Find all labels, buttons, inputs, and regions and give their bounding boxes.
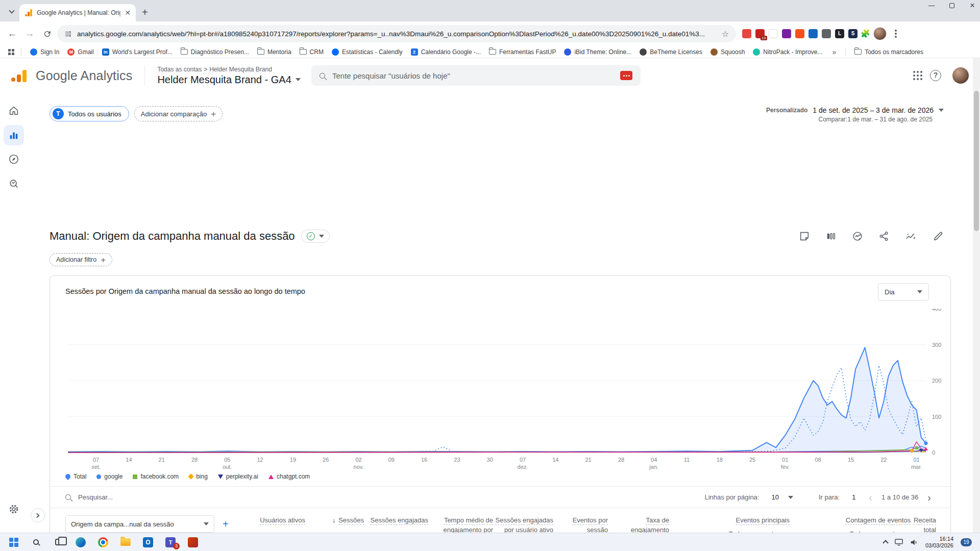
new-tab-button[interactable]: + <box>142 7 148 17</box>
date-range-picker[interactable]: Personalizado 1 de set. de 2025 – 3 de m… <box>766 106 944 123</box>
compare-reports-icon[interactable] <box>825 231 837 242</box>
window-maximize-button[interactable] <box>948 2 955 9</box>
extension-icon[interactable]: L <box>835 29 844 38</box>
bookmark-item[interactable]: BeTheme Licenses <box>636 47 706 57</box>
taskbar-taskview-icon[interactable] <box>48 535 68 550</box>
bookmark-item[interactable]: Ferramentas FastUP <box>485 47 559 57</box>
bookmark-item[interactable]: 2Calendário Google -... <box>407 47 484 57</box>
search-bar-extension-icon[interactable] <box>620 71 632 80</box>
table-search-input[interactable]: Pesquisar... <box>78 493 113 501</box>
bookmark-item[interactable]: iBid Theme: Online... <box>560 47 635 57</box>
column-header[interactable]: Eventos por sessão <box>553 515 608 533</box>
bookmark-item[interactable]: Sign In <box>27 47 63 57</box>
column-header[interactable]: Tempo médio de engajamento por sessão <box>428 515 493 533</box>
window-close-button[interactable]: × <box>969 2 976 9</box>
scrollbar-thumb[interactable] <box>974 91 979 231</box>
extension-icon[interactable]: 10 <box>755 29 765 38</box>
extension-icon[interactable] <box>795 29 804 38</box>
taskbar-start-icon[interactable] <box>3 535 23 550</box>
extension-icon[interactable] <box>742 29 751 38</box>
nav-home[interactable] <box>4 101 24 121</box>
column-header[interactable]: Sessões engajadas por usuário ativo <box>493 515 553 533</box>
legend-item-facebook-com[interactable]: facebook.com <box>133 473 179 480</box>
add-dimension-button[interactable]: + <box>223 518 229 530</box>
column-header[interactable]: ↓ Sessões <box>305 515 364 533</box>
add-comparison-chip[interactable]: Adicionar comparação + <box>134 106 223 121</box>
url-bar[interactable]: analytics.google.com/analytics/web/?hl=p… <box>57 25 736 42</box>
extensions-puzzle-icon[interactable]: 🧩 <box>861 29 870 38</box>
breadcrumb[interactable]: Todas as contas>Helder Mesquita Brand <box>157 66 300 73</box>
taskbar-edge-icon[interactable] <box>70 535 91 550</box>
browser-menu-icon[interactable] <box>895 33 897 35</box>
taskbar-office-icon[interactable] <box>183 535 203 550</box>
taskbar-chrome-icon[interactable] <box>93 535 113 550</box>
nav-admin[interactable] <box>4 499 24 519</box>
bookmark-item[interactable]: CRM <box>296 47 327 57</box>
legend-item-google[interactable]: google <box>96 473 122 480</box>
column-header[interactable]: Receita total <box>911 515 936 533</box>
column-header[interactable]: Sessões engajadas <box>364 515 428 533</box>
bookmarks-overflow-icon[interactable]: » <box>828 48 840 56</box>
metric-event-selector[interactable]: Todos os eventos <box>669 529 790 533</box>
forward-button[interactable]: → <box>22 28 37 39</box>
bookmark-item[interactable]: Squoosh <box>707 47 748 57</box>
volume-icon[interactable] <box>910 539 918 546</box>
property-selector[interactable]: Helder Mesquita Brand - GA4 <box>157 74 300 86</box>
legend-item-Total[interactable]: Total <box>65 473 86 480</box>
next-page-icon[interactable]: › <box>923 492 935 503</box>
goto-value[interactable]: 1 <box>852 493 855 501</box>
insights-icon[interactable] <box>852 231 863 242</box>
legend-item-bing[interactable]: bing <box>189 473 208 480</box>
legend-item-perplexity-ai[interactable]: perplexity.ai <box>218 473 258 480</box>
tray-expand-icon[interactable] <box>883 540 888 545</box>
nav-explore[interactable] <box>4 149 24 169</box>
help-icon[interactable]: ? <box>930 70 941 81</box>
google-apps-icon[interactable] <box>913 71 915 73</box>
page-scrollbar[interactable] <box>973 58 980 533</box>
extension-icon[interactable] <box>808 29 818 38</box>
legend-item-chatgpt-com[interactable]: chatgpt.com <box>268 473 310 480</box>
dimension-select[interactable]: Origem da campa...nual da sessão <box>65 515 214 533</box>
extension-icon[interactable] <box>782 29 791 38</box>
apps-grid-icon[interactable] <box>8 49 11 52</box>
bookmark-star-icon[interactable]: ☆ <box>722 29 729 39</box>
bookmark-item[interactable]: MGmail <box>64 47 97 57</box>
extension-icon[interactable]: S <box>848 29 857 38</box>
share-icon[interactable] <box>878 231 890 242</box>
extension-icon[interactable] <box>769 29 778 38</box>
tab-close-icon[interactable]: ✕ <box>125 9 131 16</box>
taskbar-clock[interactable]: 16:14 03/03/2026 <box>925 536 953 549</box>
nav-reports[interactable] <box>4 125 24 145</box>
browser-tab[interactable]: Google Analytics | Manual: Orig ✕ <box>19 4 136 21</box>
metric-event-selector[interactable]: Todos os eventos <box>790 529 911 533</box>
taskbar-teams-icon[interactable]: T3 <box>160 535 181 550</box>
back-button[interactable]: ← <box>5 28 19 39</box>
notification-count-badge[interactable]: 19 <box>961 538 972 546</box>
site-settings-icon[interactable] <box>64 30 72 38</box>
column-header[interactable]: Contagem de eventosTodos os eventos <box>790 515 911 533</box>
column-header[interactable]: Eventos principaisTodos os eventos <box>669 515 790 533</box>
bookmark-item[interactable]: Estatísticas - Calendly <box>328 47 406 57</box>
rows-per-page-value[interactable]: 10 <box>771 493 778 501</box>
sparkline-insights-icon[interactable] <box>905 231 917 242</box>
edit-pencil-icon[interactable] <box>933 231 944 242</box>
note-icon[interactable] <box>799 231 810 242</box>
column-header[interactable]: Taxa de engajamento <box>608 515 669 533</box>
browser-profile-avatar[interactable] <box>873 27 887 40</box>
extension-icon[interactable] <box>822 29 831 38</box>
tab-search-button[interactable] <box>5 5 18 18</box>
audience-chip[interactable]: T Todos os usuários <box>50 106 129 121</box>
granularity-select[interactable]: Dia <box>878 283 929 300</box>
column-header[interactable]: Usuários ativos <box>249 515 305 533</box>
report-status-badge[interactable]: ✓ <box>301 230 330 243</box>
bookmark-item[interactable]: Mentoria <box>254 47 295 57</box>
ga-search-bar[interactable]: Tente pesquisar "usuários de hoje" <box>311 65 641 86</box>
reload-button[interactable] <box>40 30 54 38</box>
all-bookmarks-button[interactable]: Todos os marcadores <box>851 47 927 57</box>
chevron-down-icon[interactable] <box>788 496 793 499</box>
add-filter-chip[interactable]: Adicionar filtro + <box>50 253 112 266</box>
sessions-time-series-chart[interactable]: 010020030040007set.14212805out.12192602n… <box>68 309 946 472</box>
taskbar-search-icon[interactable] <box>26 535 46 550</box>
nav-advertising[interactable] <box>4 173 24 194</box>
prev-page-icon[interactable]: ‹ <box>865 492 876 503</box>
